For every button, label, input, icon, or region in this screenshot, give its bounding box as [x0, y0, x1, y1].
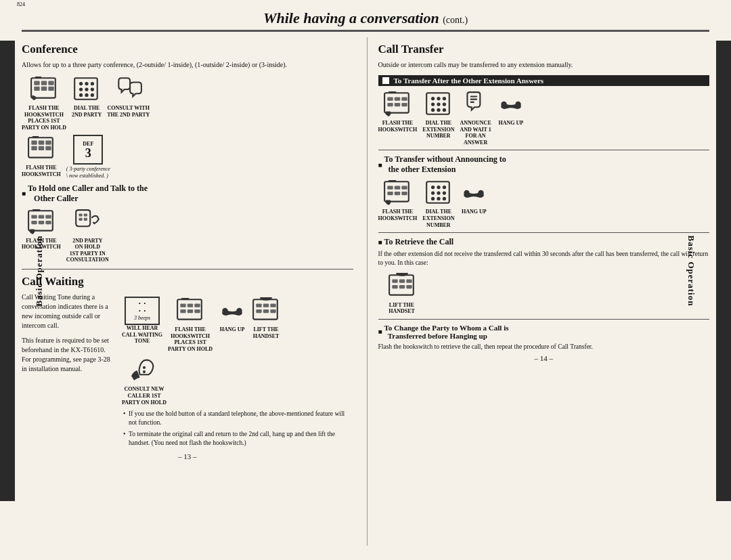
consult-icon — [114, 75, 143, 104]
svg-rect-45 — [256, 303, 261, 307]
call-waiting-title: Call Waiting — [22, 275, 353, 288]
svg-rect-34 — [84, 217, 87, 220]
bullet-2: To terminate the original call and retur… — [123, 430, 353, 448]
svg-rect-99 — [399, 285, 404, 288]
svg-rect-40 — [187, 309, 193, 313]
retrieve-steps: LIFT THE HANDSET — [378, 272, 710, 315]
retrieve-step1: LIFT THE HANDSET — [378, 272, 426, 315]
conference-step3: CONSULT WITHTHE 2ND PARTY — [107, 75, 150, 118]
svg-rect-39 — [180, 309, 185, 313]
svg-rect-81 — [402, 192, 407, 195]
announce-icon — [462, 90, 490, 119]
retrieve-header: To Retrieve the Call — [378, 237, 710, 247]
page-wrapper: 824 Basic Operation Basic Operation Whil… — [0, 0, 731, 560]
divider-1 — [22, 269, 353, 270]
conference-steps-row1: FLASH THEHOOKSWITCHPLACES 1STPARTY ON HO… — [22, 75, 353, 131]
main-content: While having a conversation (cont.) Conf… — [15, 0, 716, 560]
after-answers-header: To Transfer After the Other Extension An… — [378, 75, 710, 86]
svg-rect-36 — [180, 303, 185, 307]
def-note: ( 3-party conference\ now established. ) — [66, 166, 110, 179]
transfer-step3-label: ANNOUNCEAND WAIT 1FOR ANANSWER — [460, 120, 491, 146]
svg-rect-56 — [402, 98, 407, 101]
call-waiting-body2: This feature is required to be set befor… — [22, 336, 116, 374]
dialpad-icon-woa — [424, 179, 453, 207]
two-column-layout: Conference Allows for up to a three part… — [22, 37, 709, 546]
conference-step2: DIAL THE2ND PARTY — [72, 75, 102, 118]
page-num-right: – 14 – — [378, 354, 710, 362]
wait-lift-item: LIFT THEHANDSET — [252, 297, 280, 339]
conference-step3-label: CONSULT WITHTHE 2ND PARTY — [107, 105, 150, 118]
without-announcing-header: To Transfer without Announcing to the ot… — [378, 154, 710, 175]
svg-point-13 — [91, 87, 94, 91]
consult-row: CONSULT NEWCALLER 1STPARTY ON HOLD — [122, 356, 353, 406]
svg-rect-95 — [392, 279, 397, 282]
hangup-icon-woa — [460, 179, 488, 207]
svg-point-63 — [443, 97, 446, 100]
retrieve-section: To Retrieve the Call If the other extens… — [378, 237, 710, 315]
svg-point-85 — [443, 186, 446, 189]
svg-point-43 — [236, 308, 242, 314]
transfer-step3: ANNOUNCEAND WAIT 1FOR ANANSWER — [460, 90, 491, 146]
sidebar-bar-left: Basic Operation — [0, 41, 15, 501]
svg-rect-53 — [384, 93, 409, 112]
header-square — [382, 77, 389, 84]
svg-rect-71 — [470, 99, 477, 100]
phone-icon-2 — [27, 135, 56, 163]
page-num-left: – 13 – — [22, 452, 353, 460]
svg-point-87 — [437, 192, 440, 195]
conference-title: Conference — [22, 43, 353, 56]
svg-point-86 — [431, 192, 435, 195]
change-party-section: To Change the Party to Whom a Call is Tr… — [378, 324, 710, 351]
transfer-step2-label: DIAL THEEXTENSIONNUMBER — [422, 120, 454, 139]
hold-caller-steps: FLASH THEHOOKSWITCH — [22, 208, 353, 263]
dialpad-icon-1 — [72, 75, 101, 104]
handset-retrieve-icon — [388, 272, 416, 301]
transfer-step1: FLASH THEHOOKSWITCH — [378, 90, 418, 133]
svg-point-10 — [91, 82, 94, 85]
woa-step2-label: DIAL THEEXTENSIONNUMBER — [422, 209, 454, 228]
svg-rect-29 — [39, 220, 44, 223]
svg-point-65 — [437, 102, 440, 106]
svg-point-69 — [443, 108, 446, 112]
svg-point-74 — [515, 102, 520, 107]
svg-point-14 — [79, 93, 83, 97]
beeps-item: • • • • 3 beeps WILL HEARCALL WAITINGTON… — [122, 297, 162, 345]
conference-body: Allows for up to a three party conferenc… — [22, 60, 353, 70]
call-waiting-section: Call Waiting Call Waiting Tone during a … — [22, 275, 353, 460]
page-title: While having a conversation (cont.) — [22, 9, 709, 27]
svg-rect-46 — [263, 303, 269, 307]
svg-point-66 — [443, 102, 446, 106]
phone-icon-transfer1 — [383, 90, 412, 119]
divider-transfer2 — [378, 232, 710, 233]
svg-rect-77 — [395, 186, 400, 190]
svg-rect-38 — [194, 303, 200, 307]
handset-lift-icon — [252, 297, 280, 325]
def-3-box: DEF 3 ( 3-party conference\ now establis… — [66, 135, 110, 179]
col-right: Call Transfer Outside or intercom calls … — [367, 37, 710, 546]
svg-point-91 — [443, 197, 446, 200]
without-announcing-section: To Transfer without Announcing to the ot… — [378, 154, 710, 228]
call-transfer-section: Call Transfer Outside or intercom calls … — [378, 43, 710, 362]
conference-row2: FLASH THEHOOKSWITCH DEF 3 ( 3-party conf… — [22, 135, 353, 179]
transfer-step4: HANG UP — [497, 90, 525, 127]
conference-section: Conference Allows for up to a three part… — [22, 43, 353, 263]
svg-rect-79 — [388, 192, 393, 195]
hold-step2: 2ND PARTYON HOLD1ST PARTY INCONSULTATION — [66, 208, 109, 263]
conference-step1: FLASH THEHOOKSWITCHPLACES 1STPARTY ON HO… — [22, 75, 66, 131]
svg-rect-33 — [79, 217, 83, 220]
call-waiting-layout: Call Waiting Tone during a conversation … — [22, 293, 353, 450]
hangup-icon-wait — [218, 297, 246, 325]
svg-rect-98 — [392, 285, 397, 288]
svg-rect-28 — [31, 220, 37, 223]
svg-rect-78 — [402, 186, 407, 190]
svg-rect-3 — [48, 81, 53, 85]
phone-icon-woa1 — [383, 179, 412, 207]
conference-step2-label: DIAL THE2ND PARTY — [72, 105, 102, 118]
hangup-icon-transfer — [497, 90, 525, 119]
bullet-1: If you use the hold button of a standard… — [123, 410, 353, 428]
retrieve-step1-label: LIFT THE HANDSET — [378, 302, 426, 315]
hold-caller-header: To Hold one Caller and Talk to the Other… — [22, 184, 353, 204]
svg-rect-32 — [84, 213, 87, 216]
call-waiting-text: Call Waiting Tone during a conversation … — [22, 293, 116, 450]
wait-lift-label: LIFT THEHANDSET — [253, 326, 280, 339]
